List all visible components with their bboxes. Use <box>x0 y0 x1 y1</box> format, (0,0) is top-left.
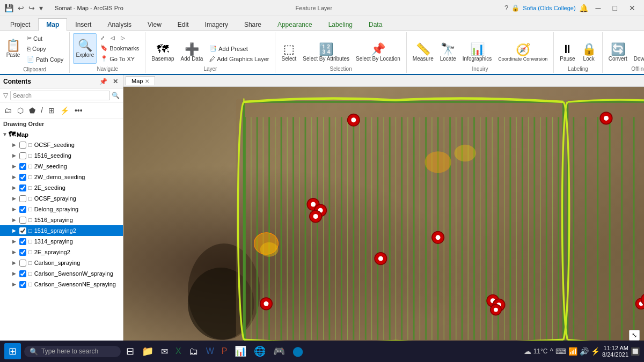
tab-appearance[interactable]: Appearance <box>269 18 320 31</box>
tab-insert[interactable]: Insert <box>67 18 99 31</box>
select-by-attr-button[interactable]: 🔢 Select By Attributes <box>300 41 352 64</box>
redo-icon[interactable]: ↪ <box>27 3 36 13</box>
add-data-button[interactable]: ➕ Add Data <box>178 41 206 64</box>
contents-close-icon[interactable]: ✕ <box>111 77 120 86</box>
tab-map[interactable]: Map <box>38 18 67 31</box>
layer-item[interactable]: ▶□OCSF_seeding <box>0 139 123 150</box>
layer-item[interactable]: ▶□2W_seeding <box>0 161 123 172</box>
layer-checkbox[interactable] <box>19 206 26 213</box>
pause-button[interactable]: ⏸ Pause <box>557 41 577 64</box>
taskbar-files-icon[interactable]: 🗂 <box>187 345 201 358</box>
layer-item[interactable]: ▶□OCSF_spraying <box>0 193 123 204</box>
map-tab-close-icon[interactable]: ✕ <box>145 78 149 84</box>
select-button[interactable]: ⬚ Select <box>279 41 299 64</box>
more-icon[interactable]: ••• <box>72 105 85 116</box>
tab-project[interactable]: Project <box>2 18 38 31</box>
layer-item[interactable]: ▶□Delong_spraying <box>0 204 123 215</box>
layer-item[interactable]: ▶□Carlson_SwensonW_spraying <box>0 268 123 279</box>
add-graphics-button[interactable]: 🖊 Add Graphics Layer <box>207 54 272 64</box>
taskbar-ppt-icon[interactable]: P <box>219 345 230 357</box>
layer-expand-icon[interactable]: ▶ <box>11 174 17 180</box>
layer-expand-icon[interactable]: ▶ <box>11 196 17 201</box>
list-view-icon[interactable]: 🗂 <box>2 105 14 116</box>
layer-expand-icon[interactable]: ▶ <box>11 239 17 244</box>
taskbar-game-icon[interactable]: 🎮 <box>271 344 287 358</box>
download-map-button[interactable]: ⬇ Download Map <box>631 41 644 64</box>
filter-icon[interactable]: ▽ <box>3 92 8 99</box>
pin-icon[interactable]: 📌 <box>98 77 109 86</box>
taskbar-cortana-icon[interactable]: ⊟ <box>124 344 136 358</box>
infographics-button[interactable]: 📊 Infographics <box>460 41 494 64</box>
tab-share[interactable]: Share <box>236 18 269 31</box>
notification-bell[interactable]: 🔔 <box>579 4 588 12</box>
measure-button[interactable]: 📏 Measure <box>410 41 436 64</box>
taskbar-explorer-icon[interactable]: 📁 <box>140 344 156 358</box>
save-icon[interactable]: 💾 <box>3 3 14 13</box>
explore-button[interactable]: 🔍 Explore <box>73 33 97 64</box>
taskbar-mail-icon[interactable]: ✉ <box>159 345 170 358</box>
layer-expand-icon[interactable]: ▶ <box>11 228 17 233</box>
layer-expand-icon[interactable]: ▶ <box>11 260 17 265</box>
paste-button[interactable]: 📋 Paste <box>3 33 23 64</box>
layer-checkbox[interactable] <box>19 142 26 149</box>
goto-xy-button[interactable]: 📍 Go To XY <box>98 54 142 64</box>
layer-item[interactable]: ▶□2W_demo_seeding <box>0 172 123 182</box>
layer-item[interactable]: ▶□1516_seeding <box>0 150 123 161</box>
titlebar-minimize[interactable]: ─ <box>591 3 605 13</box>
layer-checkbox[interactable] <box>19 174 26 181</box>
layer-checkbox[interactable] <box>19 260 26 267</box>
layer-expand-icon[interactable]: ▶ <box>11 153 17 158</box>
layer-item[interactable]: ▶□Carlson_SwensonNE_spraying <box>0 279 123 290</box>
layer-checkbox[interactable] <box>19 184 26 191</box>
chevron-up-icon[interactable]: ^ <box>550 347 553 356</box>
lock-button[interactable]: 🔒 Lock <box>579 41 599 64</box>
layer-item[interactable]: ▶□1314_spraying <box>0 236 123 247</box>
titlebar-close[interactable]: ✕ <box>625 3 640 13</box>
tab-data[interactable]: Data <box>361 18 390 31</box>
resize-handle[interactable]: ⤡ <box>629 330 640 341</box>
layer-expand-icon[interactable]: ▶ <box>11 185 17 190</box>
layer-expand-icon[interactable]: ▶ <box>11 206 17 212</box>
add-group-icon[interactable]: ⊞ <box>46 105 57 116</box>
convert-button[interactable]: 🔄 Convert <box>606 41 630 64</box>
power-icon[interactable]: ⚡ <box>591 347 600 356</box>
taskbar-excel-icon[interactable]: X <box>173 345 184 357</box>
start-button[interactable]: ⊞ <box>4 343 21 359</box>
layer-checkbox[interactable] <box>19 281 26 288</box>
map-tab[interactable]: Map ✕ <box>126 76 155 85</box>
layer-checkbox[interactable] <box>19 152 26 159</box>
help-icon[interactable]: ? <box>504 4 508 12</box>
lightning-icon[interactable]: ⚡ <box>58 105 71 116</box>
copy-button[interactable]: ⎘ Copy <box>24 44 66 54</box>
layer-expand-icon[interactable]: ▶ <box>11 282 17 287</box>
keyboard-icon[interactable]: ⌨ <box>555 347 566 356</box>
layer-item[interactable]: ▶□Carlson_spraying <box>0 257 123 268</box>
layer-checkbox[interactable] <box>19 249 26 256</box>
layer-checkbox[interactable] <box>19 217 26 224</box>
layer-list[interactable]: ▼ 🗺 Map ▶□OCSF_seeding▶□1516_seeding▶□2W… <box>0 129 123 346</box>
basemap-button[interactable]: 🗺 Basemap <box>149 41 177 64</box>
path-copy-button[interactable]: 📄 Path Copy <box>24 54 66 64</box>
polygon-icon[interactable]: ⬟ <box>27 105 38 116</box>
taskbar-edge-icon[interactable]: 🌐 <box>252 344 268 358</box>
map-group-item[interactable]: ▼ 🗺 Map <box>0 129 123 139</box>
coordinate-button[interactable]: 🧭 Coordinate Conversion <box>495 42 550 64</box>
layer-expand-icon[interactable]: ▶ <box>11 142 17 147</box>
search-input[interactable] <box>10 91 110 100</box>
taskbar-ball-icon[interactable]: ⬤ <box>290 344 305 358</box>
layer-checkbox[interactable] <box>19 195 26 202</box>
tab-labeling[interactable]: Labeling <box>320 18 361 31</box>
layer-checkbox[interactable] <box>19 270 26 277</box>
layer-expand-icon[interactable]: ▶ <box>11 164 17 169</box>
layer-item[interactable]: ▶□1516_spraying <box>0 215 123 225</box>
tab-imagery[interactable]: Imagery <box>197 18 236 31</box>
line-icon[interactable]: / <box>39 105 45 116</box>
layer-checkbox[interactable] <box>19 238 26 245</box>
undo-icon[interactable]: ↩ <box>17 3 25 13</box>
layer-checkbox[interactable] <box>19 163 26 170</box>
tab-edit[interactable]: Edit <box>170 18 197 31</box>
layer-item[interactable]: ▶□2E_seeding <box>0 182 123 193</box>
bookmarks-button[interactable]: 🔖 Bookmarks <box>98 43 142 53</box>
taskbar-search[interactable]: 🔍 Type here to search <box>24 346 121 357</box>
layer-expand-icon[interactable]: ▶ <box>11 249 17 255</box>
